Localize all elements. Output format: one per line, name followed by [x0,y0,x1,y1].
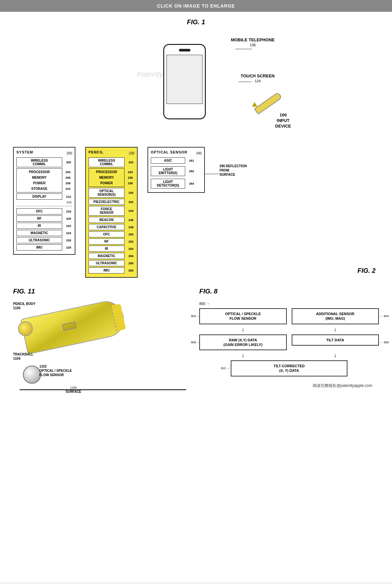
top-banner: CLICK ON IMAGE TO ENLARGE [0,0,392,12]
surface-label: SURFACE [66,390,81,393]
pencil-rf-ref: 252 [128,240,133,243]
sys-storage: STORAGE 210 [17,186,61,191]
sys-imu-ref: 228 [66,246,71,249]
pencil-block-wrapper: PENCIL 230 WIRELESSCOMMS. 232 PROCESSOR … [85,147,141,278]
phone-screen [167,55,203,104]
fig-bottom-row: FIG. 11 Patently Apple [13,288,379,393]
reflection-ref: 290 [220,164,226,168]
mobile-label: MOBILE TELEPHONE [231,37,275,43]
fig11-section: FIG. 11 Patently Apple [13,288,193,393]
pencil-processor-ref: 234 [128,171,133,174]
fig8-arrows2: ↓ ↓ [199,352,379,359]
fig2-title: FIG. 2 [357,267,376,274]
optical-sensor-label: OPTICAL / SPECKLEFLOW SENSOR [39,369,72,377]
sys-rf: RF 220 [16,215,62,222]
pencil-imu: IMU 260 [88,267,125,273]
optical-emitter: LIGHTEMITTER(S) 262 [151,166,185,176]
pencil-power-ref: 238 [128,182,133,185]
mobile-telephone-label: MOBILE TELEPHONE 136 [231,37,275,47]
pencil-beacon-ref: 246 [128,218,133,222]
optical-detector-ref: 264 [189,182,194,185]
reflection-arrow [204,174,219,174]
pencil-memory-ref: 236 [128,176,133,179]
fig8-section: FIG. 8 800 → 802 → OPTICAL / SPECKLEFLOW… [199,288,379,393]
surface-line [20,389,186,390]
sys-ref216: 216 [16,201,72,204]
fig8-ref808: ← 808 [380,341,389,344]
pencil-wireless-ref: 232 [128,161,133,164]
sys-storage-ref: 210 [66,187,70,191]
pencil-optical: OPTICALSENSOR(S) 240 [88,188,125,198]
arrow-down2: ↓ [292,326,379,333]
pencil-body-label-wrap: PENCIL BODY 1100 [13,302,35,310]
pencil-piezo: PIEZOELECTRIC 242 [88,199,125,205]
sys-processor-ref: 204 [66,171,70,174]
pencil-imu-ref: 260 [128,269,133,272]
fig1-section: FIG. 1 Patently Apple MOBILE TELEPHONE 1… [13,18,379,137]
footer-text: 阅读完整报告@patentlyapple.com [199,383,379,389]
pencil-ofc-ref: 250 [128,233,133,236]
pencil-eraser-end [111,304,126,331]
system-block: SYSTEM 200 WIRELESSCOMMS. 202 PROCESSOR … [13,147,75,255]
pencil-capacitive: CAPACITIVE 248 [88,224,125,230]
trackball [23,366,41,384]
fig1-title: FIG. 1 [13,18,379,26]
sys-processor: PROCESSOR 204 [17,169,61,175]
right-section: OPTICAL SENSOR 240 ASIC 261 LIGHTEMITTER… [147,147,379,278]
sys-power: POWER 208 [17,180,61,186]
phone-drawing [163,37,206,119]
pencil-capacitive-ref: 248 [128,226,133,229]
phone-body [163,44,206,119]
sys-ultrasonic-ref: 226 [66,239,71,242]
arrow-down3: ↓ [199,352,287,359]
trackball-label: TRACKBALL [13,352,33,356]
pencil-ofc: OFC 250 [88,231,125,237]
mobile-ref: 136 [231,43,275,47]
sys-imu: IMU 228 [16,244,62,251]
sys-display: DISPLAY 212 [16,193,62,200]
fig8-box3: RAW (X,Y) DATA(GAIN ERROR LIKELY) [199,334,287,351]
fig8-ref802: 802 → [191,314,200,318]
sys-ir-ref: 222 [66,224,71,228]
pencil-piezo-ref: 242 [128,200,133,204]
pencil-clip [62,322,76,331]
trackball-ref: 1104 [13,357,20,360]
optical-title: OPTICAL SENSOR [151,150,187,154]
fig8-box4: TILT DATA [292,334,379,346]
fig8-box5: TILT-CORRECTED(X, Y) DATA [231,360,347,376]
system-title: SYSTEM [16,150,33,154]
pencil-body-label-text: PENCIL BODY [13,302,35,306]
trackball-label-wrap: TRACKBALL 1104 [13,352,33,361]
sys-display-ref: 212 [66,195,71,198]
sys-ir: IR 222 [16,223,62,229]
separator [16,206,72,206]
arrow-mobile [235,49,252,49]
pencil-magnetic: MAGNETIC 256 [88,253,125,259]
arrow-touch [239,82,252,82]
sys-wireless: WIRELESSCOMMS. 202 [16,157,62,167]
sys-wireless-ref: 202 [66,161,71,164]
surface-label-wrap: 1106 SURFACE [66,386,81,393]
fig8-flowchart: 800 → 802 → OPTICAL / SPECKLEFLOW SENSOR… [199,302,379,389]
fig8-arrows1: ↓ ↓ [199,326,379,333]
banner-text: CLICK ON IMAGE TO ENLARGE [157,3,235,9]
pencil-rf: RF 252 [88,238,125,245]
fig8-ref804: ← 804 [380,314,389,318]
pencil-ref: 230 [129,151,134,155]
surface-ref: 1106 [66,386,81,389]
optical-emitter-ref: 262 [189,170,194,173]
reflection-label: 290 REFLECTIONFROMSURFACE [220,164,247,177]
sys-power-ref: 208 [66,182,70,185]
pencil-memory: MEMORY 236 [89,175,124,180]
pencil-ir-ref: 254 [128,247,133,251]
touch-ref: 124 [241,79,275,83]
pencil-body-ref: 1100 [13,306,20,310]
pencil-processor: PROCESSOR 234 [89,169,124,175]
pencil-power: POWER 238 [89,180,124,186]
fig8-title: FIG. 8 [199,288,379,295]
input-device-label: 100INPUTDEVICE [275,112,291,129]
fig11-title: FIG. 11 [13,288,193,295]
system-ref: 200 [67,151,72,155]
pencil-optical-ref: 240 [128,191,133,194]
sys-ultrasonic: ULTRASONIC 226 [16,237,62,243]
